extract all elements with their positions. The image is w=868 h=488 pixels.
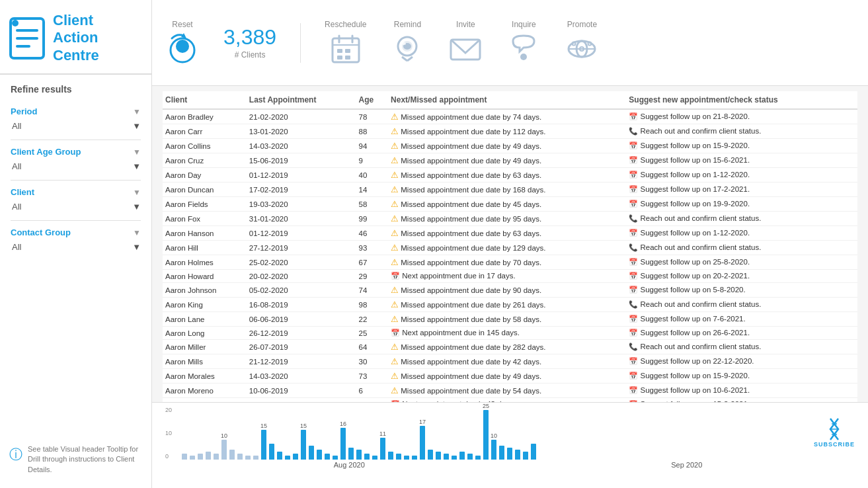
table-row[interactable]: Aaron Fox31-01-202099⚠ Missed appointmen…: [163, 212, 857, 226]
table-row[interactable]: Aaron Cruz15-06-20199⚠ Missed appointmen…: [163, 153, 857, 168]
bar-rect: [388, 452, 393, 460]
invite-button[interactable]: Invite: [448, 20, 483, 66]
chevron-down-icon: ▼: [132, 242, 141, 252]
bar-column: [189, 455, 196, 460]
table-row[interactable]: Aaron Hanson01-12-201946⚠ Missed appoint…: [163, 226, 857, 241]
cell-suggest: 📅 Suggest follow up on 1-12-2020.: [626, 168, 857, 183]
filter-contact-label[interactable]: Contact Group ▼: [11, 225, 141, 240]
cell-suggest: 📞 Reach out and confirm client status.: [626, 124, 857, 139]
filter-age-value[interactable]: All ▼: [11, 159, 141, 173]
cell-client: Aaron Hill: [163, 241, 247, 255]
table-row[interactable]: Aaron Bradley21-02-202078⚠ Missed appoin…: [163, 109, 857, 124]
bar-rect: [364, 454, 370, 460]
cell-client: Aaron Lane: [163, 312, 247, 327]
cell-last-appt: 16-08-2019: [247, 298, 356, 312]
svg-point-23: [520, 54, 527, 60]
table-row[interactable]: Aaron Lane06-06-201922⚠ Missed appointme…: [163, 312, 857, 327]
table-row[interactable]: Aaron Carr13-01-202088⚠ Missed appointme…: [163, 124, 857, 139]
clients-count: 3,389: [223, 26, 276, 48]
bar-column: 25: [483, 403, 489, 460]
reschedule-button[interactable]: Reschedule: [325, 20, 366, 66]
cell-last-appt: 13-01-2020: [247, 124, 356, 139]
inquire-button[interactable]: Inquire: [506, 20, 541, 66]
bar-column: 16: [340, 421, 346, 460]
filter-group-contact: Contact Group ▼ All ▼: [11, 225, 141, 254]
bar-rect: [333, 456, 338, 460]
help-icon: ⓘ: [9, 446, 22, 464]
table-row[interactable]: Aaron Howard20-02-202029📅 Next appointme…: [163, 270, 857, 283]
table-row[interactable]: Aaron Hill27-12-201993⚠ Missed appointme…: [163, 241, 857, 255]
cell-suggest: 📅 Suggest follow up on 22-12-2020.: [626, 354, 857, 369]
cell-last-appt: 19-03-2020: [247, 197, 356, 212]
bar-rect: [507, 448, 512, 460]
cell-client: Aaron Cruz: [163, 153, 247, 168]
table-row[interactable]: Aaron Miller26-07-201964⚠ Missed appoint…: [163, 340, 857, 354]
cell-suggest: 📅 Suggest follow up on 17-2-2021.: [626, 183, 857, 197]
table-row[interactable]: Aaron Day01-12-201940⚠ Missed appointmen…: [163, 168, 857, 183]
warning-icon: ⚠: [391, 257, 399, 267]
calendar-icon: 📅: [391, 272, 400, 280]
cell-client: Aaron Miller: [163, 340, 247, 354]
calendar-red-icon: 📅: [629, 185, 638, 193]
table-row[interactable]: Aaron Long26-12-201925📅 Next appointment…: [163, 327, 857, 340]
bar-column: 15: [260, 423, 267, 460]
bar-rect: [253, 456, 258, 460]
cell-client: Aaron Bradley: [163, 109, 247, 124]
table-area[interactable]: Client Last Appointment Age Next/Missed …: [152, 86, 868, 402]
col-next-missed: Next/Missed appointment: [388, 91, 626, 109]
bar-column: [427, 449, 434, 460]
bar-rect: [467, 454, 473, 460]
bar-rect: [293, 454, 298, 460]
bar-rect: [531, 444, 536, 460]
table-row[interactable]: Aaron Collins14-03-202094⚠ Missed appoin…: [163, 139, 857, 153]
bar-rect: [269, 444, 274, 460]
reset-button[interactable]: Reset: [165, 20, 200, 66]
table-row[interactable]: Aaron Fields19-03-202058⚠ Missed appoint…: [163, 197, 857, 212]
cell-next-missed: ⚠ Missed appointment due date by 129 day…: [388, 241, 626, 255]
filter-age-label[interactable]: Client Age Group ▼: [11, 144, 141, 159]
cell-suggest: 📞 Reach out and confirm client status.: [626, 241, 857, 255]
bar-rect: [452, 456, 457, 460]
remind-label: Remind: [394, 20, 421, 29]
chart-wrapper: 20 10 0 1015151611172510 SUBSCRIBE: [165, 407, 855, 485]
table-row[interactable]: Aaron Duncan17-02-201914⚠ Missed appoint…: [163, 183, 857, 197]
filter-divider-2: [11, 180, 141, 181]
bar-column: [197, 453, 204, 460]
sep-label: Sep 2020: [519, 461, 855, 469]
table-row[interactable]: Aaron Holmes25-02-202067⚠ Missed appoint…: [163, 255, 857, 270]
filter-client-label[interactable]: Client ▼: [11, 184, 141, 200]
filter-period-label[interactable]: Period ▼: [11, 104, 141, 119]
bar-rect: [325, 454, 330, 460]
remind-button[interactable]: Remind: [390, 20, 424, 66]
chevron-down-icon: ▼: [133, 228, 141, 237]
bar-column: [411, 455, 418, 460]
table-row[interactable]: Aaron Johnson05-02-202074⚠ Missed appoin…: [163, 283, 857, 298]
sidebar: Client Action Centre Refine results Peri…: [0, 0, 152, 488]
clients-count-display: 3,389 # Clients: [223, 26, 276, 60]
cell-suggest: 📅 Suggest follow up on 1-12-2020.: [626, 226, 857, 241]
bar-rect: [420, 426, 425, 460]
bar-rect: [221, 440, 227, 460]
cell-suggest: 📅 Suggest follow up on 10-6-2021.: [626, 384, 857, 398]
calendar-icon: 📅: [391, 329, 400, 337]
table-row[interactable]: Aaron Mills21-12-201930⚠ Missed appointm…: [163, 354, 857, 369]
filter-client-value[interactable]: All ▼: [11, 200, 141, 214]
bar-column: [276, 451, 283, 460]
warning-icon: ⚠: [391, 228, 399, 238]
svg-rect-13: [345, 49, 350, 53]
table-row[interactable]: Aaron Morales14-03-202073⚠ Missed appoin…: [163, 369, 857, 384]
subscribe-button[interactable]: SUBSCRIBE: [814, 417, 855, 448]
table-row[interactable]: Aaron Moreno10-06-20196⚠ Missed appointm…: [163, 384, 857, 398]
subscribe-text[interactable]: SUBSCRIBE: [814, 441, 855, 448]
filter-contact-value[interactable]: All ▼: [11, 240, 141, 254]
warning-icon: ⚠: [391, 371, 399, 381]
bar-rect: [237, 454, 243, 460]
bar-rect: [483, 410, 489, 460]
invite-label: Invite: [456, 20, 475, 29]
cell-last-appt: 26-07-2019: [247, 340, 356, 354]
bar-value-label: 25: [483, 403, 489, 409]
promote-button[interactable]: Promote: [565, 20, 599, 66]
filter-period-value[interactable]: All ▼: [11, 119, 141, 133]
bar-column: [475, 455, 481, 460]
table-row[interactable]: Aaron King16-08-201998⚠ Missed appointme…: [163, 298, 857, 312]
